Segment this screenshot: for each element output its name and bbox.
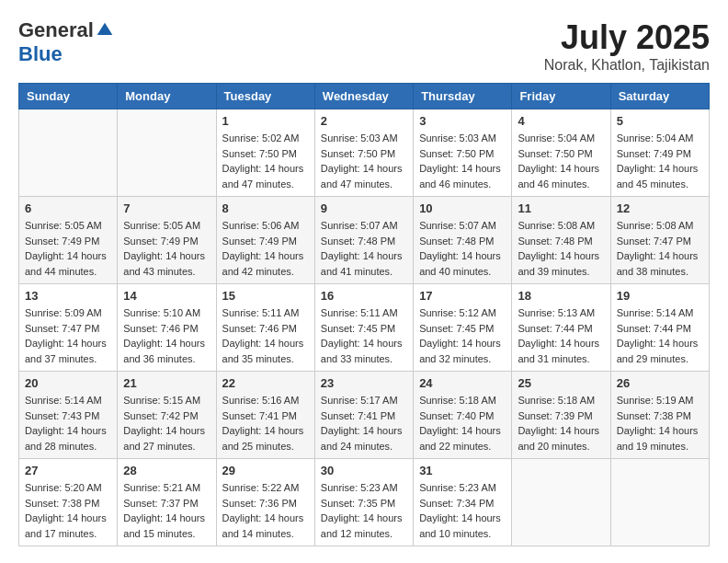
day-detail: Sunrise: 5:14 AM Sunset: 7:44 PM Dayligh… — [617, 305, 703, 366]
calendar-cell: 1Sunrise: 5:02 AM Sunset: 7:50 PM Daylig… — [216, 109, 314, 197]
day-detail: Sunrise: 5:12 AM Sunset: 7:45 PM Dayligh… — [419, 305, 506, 366]
day-detail: Sunrise: 5:06 AM Sunset: 7:49 PM Dayligh… — [222, 218, 309, 279]
calendar-cell: 20Sunrise: 5:14 AM Sunset: 7:43 PM Dayli… — [19, 372, 118, 459]
calendar-week-row: 13Sunrise: 5:09 AM Sunset: 7:47 PM Dayli… — [19, 284, 710, 372]
calendar-cell: 28Sunrise: 5:21 AM Sunset: 7:37 PM Dayli… — [118, 459, 216, 546]
day-number: 11 — [518, 201, 604, 215]
day-number: 12 — [617, 201, 703, 215]
calendar-week-row: 27Sunrise: 5:20 AM Sunset: 7:38 PM Dayli… — [19, 459, 710, 546]
calendar-cell: 19Sunrise: 5:14 AM Sunset: 7:44 PM Dayli… — [610, 284, 709, 372]
day-number: 31 — [419, 464, 506, 477]
day-number: 4 — [518, 114, 604, 128]
day-number: 25 — [518, 376, 604, 390]
day-detail: Sunrise: 5:22 AM Sunset: 7:36 PM Dayligh… — [222, 480, 309, 541]
day-detail: Sunrise: 5:03 AM Sunset: 7:50 PM Dayligh… — [419, 131, 506, 191]
day-number: 15 — [222, 289, 309, 303]
calendar-cell: 9Sunrise: 5:07 AM Sunset: 7:48 PM Daylig… — [314, 197, 413, 284]
calendar-header-row: SundayMondayTuesdayWednesdayThursdayFrid… — [19, 84, 710, 109]
day-detail: Sunrise: 5:03 AM Sunset: 7:50 PM Dayligh… — [321, 131, 407, 191]
calendar-cell: 27Sunrise: 5:20 AM Sunset: 7:38 PM Dayli… — [19, 459, 118, 546]
calendar-week-row: 1Sunrise: 5:02 AM Sunset: 7:50 PM Daylig… — [19, 109, 710, 197]
calendar-cell: 25Sunrise: 5:18 AM Sunset: 7:39 PM Dayli… — [512, 372, 610, 459]
calendar-cell: 3Sunrise: 5:03 AM Sunset: 7:50 PM Daylig… — [414, 109, 512, 197]
day-number: 1 — [222, 114, 309, 128]
day-detail: Sunrise: 5:02 AM Sunset: 7:50 PM Dayligh… — [222, 131, 309, 191]
calendar-cell: 16Sunrise: 5:11 AM Sunset: 7:45 PM Dayli… — [314, 284, 413, 372]
calendar-cell — [118, 109, 216, 197]
calendar-cell: 21Sunrise: 5:15 AM Sunset: 7:42 PM Dayli… — [118, 372, 216, 459]
calendar-cell: 11Sunrise: 5:08 AM Sunset: 7:48 PM Dayli… — [512, 197, 610, 284]
calendar-cell: 24Sunrise: 5:18 AM Sunset: 7:40 PM Dayli… — [414, 372, 512, 459]
calendar-table: SundayMondayTuesdayWednesdayThursdayFrid… — [18, 83, 710, 546]
page-header: General Blue July 2025 Norak, Khatlon, T… — [18, 18, 710, 74]
day-number: 21 — [123, 376, 210, 390]
day-detail: Sunrise: 5:07 AM Sunset: 7:48 PM Dayligh… — [321, 218, 407, 279]
calendar-cell: 26Sunrise: 5:19 AM Sunset: 7:38 PM Dayli… — [610, 372, 709, 459]
calendar-cell — [19, 109, 118, 197]
day-detail: Sunrise: 5:11 AM Sunset: 7:46 PM Dayligh… — [222, 305, 309, 366]
day-header-monday: Monday — [118, 84, 216, 109]
day-detail: Sunrise: 5:20 AM Sunset: 7:38 PM Dayligh… — [25, 480, 111, 541]
day-detail: Sunrise: 5:05 AM Sunset: 7:49 PM Dayligh… — [123, 218, 210, 279]
location-text: Norak, Khatlon, Tajikistan — [544, 57, 710, 74]
logo-general-text: General — [18, 18, 94, 42]
calendar-cell: 23Sunrise: 5:17 AM Sunset: 7:41 PM Dayli… — [314, 372, 413, 459]
day-number: 23 — [321, 376, 407, 390]
day-number: 26 — [617, 376, 703, 390]
svg-marker-0 — [97, 23, 113, 35]
logo: General Blue — [18, 18, 114, 66]
day-header-wednesday: Wednesday — [314, 84, 413, 109]
day-detail: Sunrise: 5:18 AM Sunset: 7:40 PM Dayligh… — [419, 393, 506, 454]
day-detail: Sunrise: 5:04 AM Sunset: 7:49 PM Dayligh… — [617, 131, 703, 191]
day-number: 14 — [123, 289, 210, 303]
day-detail: Sunrise: 5:16 AM Sunset: 7:41 PM Dayligh… — [222, 393, 309, 454]
day-detail: Sunrise: 5:19 AM Sunset: 7:38 PM Dayligh… — [617, 393, 703, 454]
day-number: 10 — [419, 201, 506, 215]
day-header-thursday: Thursday — [414, 84, 512, 109]
day-number: 3 — [419, 114, 506, 128]
day-number: 16 — [321, 289, 407, 303]
day-detail: Sunrise: 5:21 AM Sunset: 7:37 PM Dayligh… — [123, 480, 210, 541]
day-detail: Sunrise: 5:13 AM Sunset: 7:44 PM Dayligh… — [518, 305, 604, 366]
day-detail: Sunrise: 5:14 AM Sunset: 7:43 PM Dayligh… — [25, 393, 111, 454]
title-section: July 2025 Norak, Khatlon, Tajikistan — [544, 18, 710, 74]
day-detail: Sunrise: 5:23 AM Sunset: 7:35 PM Dayligh… — [321, 480, 407, 541]
calendar-cell: 4Sunrise: 5:04 AM Sunset: 7:50 PM Daylig… — [512, 109, 610, 197]
month-title: July 2025 — [544, 18, 710, 57]
day-number: 27 — [25, 464, 111, 477]
calendar-cell: 29Sunrise: 5:22 AM Sunset: 7:36 PM Dayli… — [216, 459, 314, 546]
day-detail: Sunrise: 5:11 AM Sunset: 7:45 PM Dayligh… — [321, 305, 407, 366]
day-detail: Sunrise: 5:08 AM Sunset: 7:47 PM Dayligh… — [617, 218, 703, 279]
day-number: 20 — [25, 376, 111, 390]
day-number: 17 — [419, 289, 506, 303]
calendar-cell: 10Sunrise: 5:07 AM Sunset: 7:48 PM Dayli… — [414, 197, 512, 284]
day-detail: Sunrise: 5:08 AM Sunset: 7:48 PM Dayligh… — [518, 218, 604, 279]
day-detail: Sunrise: 5:18 AM Sunset: 7:39 PM Dayligh… — [518, 393, 604, 454]
day-detail: Sunrise: 5:09 AM Sunset: 7:47 PM Dayligh… — [25, 305, 111, 366]
day-number: 18 — [518, 289, 604, 303]
day-number: 19 — [617, 289, 703, 303]
day-header-saturday: Saturday — [610, 84, 709, 109]
calendar-cell: 31Sunrise: 5:23 AM Sunset: 7:34 PM Dayli… — [414, 459, 512, 546]
calendar-cell: 6Sunrise: 5:05 AM Sunset: 7:49 PM Daylig… — [19, 197, 118, 284]
day-number: 6 — [25, 201, 111, 215]
calendar-cell — [610, 459, 709, 546]
day-detail: Sunrise: 5:07 AM Sunset: 7:48 PM Dayligh… — [419, 218, 506, 279]
calendar-cell: 13Sunrise: 5:09 AM Sunset: 7:47 PM Dayli… — [19, 284, 118, 372]
day-header-tuesday: Tuesday — [216, 84, 314, 109]
day-number: 24 — [419, 376, 506, 390]
calendar-cell: 30Sunrise: 5:23 AM Sunset: 7:35 PM Dayli… — [314, 459, 413, 546]
day-detail: Sunrise: 5:15 AM Sunset: 7:42 PM Dayligh… — [123, 393, 210, 454]
calendar-week-row: 20Sunrise: 5:14 AM Sunset: 7:43 PM Dayli… — [19, 372, 710, 459]
calendar-cell: 5Sunrise: 5:04 AM Sunset: 7:49 PM Daylig… — [610, 109, 709, 197]
day-number: 8 — [222, 201, 309, 215]
calendar-cell: 8Sunrise: 5:06 AM Sunset: 7:49 PM Daylig… — [216, 197, 314, 284]
calendar-week-row: 6Sunrise: 5:05 AM Sunset: 7:49 PM Daylig… — [19, 197, 710, 284]
calendar-cell: 15Sunrise: 5:11 AM Sunset: 7:46 PM Dayli… — [216, 284, 314, 372]
day-header-friday: Friday — [512, 84, 610, 109]
day-number: 13 — [25, 289, 111, 303]
day-number: 22 — [222, 376, 309, 390]
logo-blue-text: Blue — [18, 42, 63, 66]
day-number: 9 — [321, 201, 407, 215]
calendar-cell: 12Sunrise: 5:08 AM Sunset: 7:47 PM Dayli… — [610, 197, 709, 284]
